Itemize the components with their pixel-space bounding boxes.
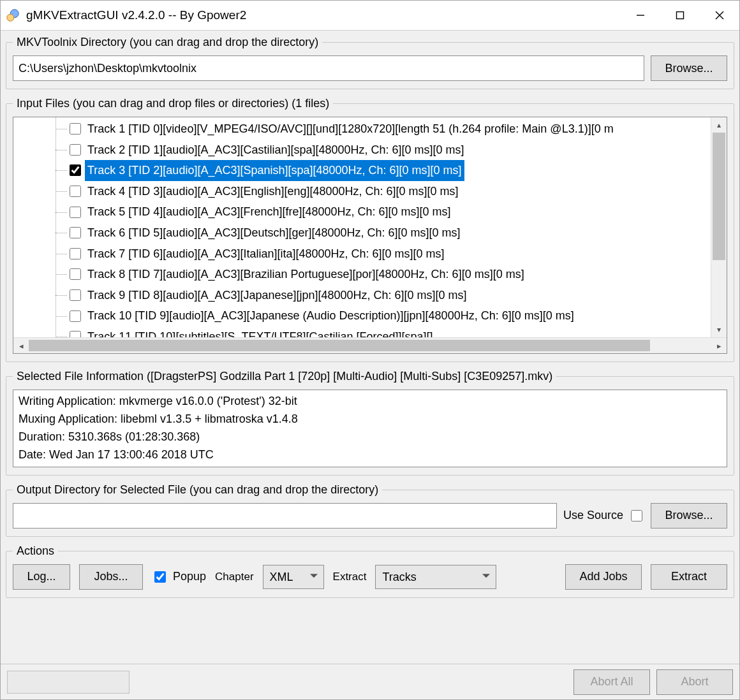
actions-legend: Actions bbox=[13, 544, 58, 558]
scroll-up-icon[interactable]: ▴ bbox=[711, 117, 727, 133]
mkvtoolnix-directory-input[interactable] bbox=[13, 55, 644, 81]
output-directory-legend: Output Directory for Selected File (you … bbox=[13, 483, 382, 497]
scroll-right-icon[interactable]: ▸ bbox=[711, 338, 727, 353]
minimize-button[interactable] bbox=[621, 1, 660, 30]
track-item[interactable]: Track 1 [TID 0][video][V_MPEG4/ISO/AVC][… bbox=[58, 119, 711, 140]
use-source-checkbox-input[interactable] bbox=[631, 510, 642, 521]
client-area: MKVToolnix Directory (you can drag and d… bbox=[1, 31, 739, 664]
track-label: Track 5 [TID 4][audio][A_AC3][French][fr… bbox=[85, 201, 454, 222]
track-checkbox[interactable] bbox=[70, 331, 81, 337]
input-files-group: Input Files (you can drag and drop files… bbox=[6, 97, 734, 362]
mkvtoolnix-directory-group: MKVToolnix Directory (you can drag and d… bbox=[6, 36, 734, 89]
scroll-down-icon[interactable]: ▾ bbox=[711, 322, 727, 337]
status-bar: Abort All Abort bbox=[1, 664, 739, 699]
track-label: Track 10 [TID 9][audio][A_AC3][Japanese … bbox=[85, 305, 577, 326]
title-bar: gMKVExtractGUI v2.4.2.0 -- By Gpower2 bbox=[1, 1, 739, 31]
input-files-legend: Input Files (you can drag and drop files… bbox=[13, 97, 333, 110]
abort-button[interactable]: Abort bbox=[656, 669, 733, 695]
abort-all-button[interactable]: Abort All bbox=[574, 669, 650, 695]
main-window: gMKVExtractGUI v2.4.2.0 -- By Gpower2 MK… bbox=[0, 0, 740, 700]
chapter-label: Chapter bbox=[215, 571, 253, 583]
track-item[interactable]: Track 5 [TID 4][audio][A_AC3][French][fr… bbox=[58, 201, 711, 222]
extract-button[interactable]: Extract bbox=[651, 564, 727, 590]
use-source-checkbox[interactable]: Use Source bbox=[563, 508, 644, 523]
track-checkbox[interactable] bbox=[70, 164, 81, 176]
track-checkbox[interactable] bbox=[70, 227, 81, 238]
actions-group: Actions Log... Jobs... Popup Chapter XML… bbox=[6, 544, 734, 598]
tracks-tree[interactable]: Track 1 [TID 0][video][V_MPEG4/ISO/AVC][… bbox=[13, 117, 727, 354]
track-label: Track 11 [TID 10][subtitles][S_TEXT/UTF8… bbox=[85, 326, 436, 337]
popup-checkbox[interactable]: Popup bbox=[152, 569, 206, 585]
track-item[interactable]: Track 2 [TID 1][audio][A_AC3][Castilian]… bbox=[58, 140, 711, 161]
tracks-vertical-scrollbar[interactable]: ▴ ▾ bbox=[711, 117, 727, 337]
output-directory-group: Output Directory for Selected File (you … bbox=[6, 483, 734, 537]
scroll-thumb-vertical[interactable] bbox=[713, 133, 725, 260]
scroll-thumb-horizontal[interactable] bbox=[29, 340, 650, 351]
window-title: gMKVExtractGUI v2.4.2.0 -- By Gpower2 bbox=[26, 8, 621, 22]
svg-point-1 bbox=[7, 14, 14, 21]
track-item[interactable]: Track 8 [TID 7][audio][A_AC3][Brazilian … bbox=[58, 264, 711, 285]
track-checkbox[interactable] bbox=[70, 186, 81, 197]
track-checkbox[interactable] bbox=[70, 268, 81, 280]
track-item[interactable]: Track 10 [TID 9][audio][A_AC3][Japanese … bbox=[58, 305, 711, 326]
file-info-legend: Selected File Information ([DragsterPS] … bbox=[13, 370, 556, 383]
track-checkbox[interactable] bbox=[70, 289, 81, 301]
tracks-horizontal-scrollbar[interactable]: ◂ ▸ bbox=[13, 337, 727, 353]
track-label: Track 4 [TID 3][audio][A_AC3][English][e… bbox=[85, 181, 461, 202]
close-button[interactable] bbox=[700, 1, 739, 30]
track-item[interactable]: Track 7 [TID 6][audio][A_AC3][Italian][i… bbox=[58, 244, 711, 265]
output-directory-input[interactable] bbox=[13, 503, 557, 529]
output-browse-button[interactable]: Browse... bbox=[651, 503, 727, 529]
track-checkbox[interactable] bbox=[70, 248, 81, 259]
track-label: Track 6 [TID 5][audio][A_AC3][Deutsch][g… bbox=[85, 222, 463, 244]
track-checkbox[interactable] bbox=[70, 144, 81, 156]
scroll-left-icon[interactable]: ◂ bbox=[13, 338, 29, 353]
popup-checkbox-input[interactable] bbox=[154, 571, 166, 583]
track-checkbox[interactable] bbox=[70, 310, 81, 322]
file-info-group: Selected File Information ([DragsterPS] … bbox=[6, 370, 734, 476]
file-info-text: Writing Application: mkvmerge v16.0.0 ('… bbox=[13, 390, 727, 467]
chapter-format-select[interactable]: XML bbox=[263, 565, 324, 589]
mkvtoolnix-browse-button[interactable]: Browse... bbox=[651, 55, 727, 81]
track-item[interactable]: Track 3 [TID 2][audio][A_AC3][Spanish][s… bbox=[58, 160, 711, 181]
popup-label: Popup bbox=[173, 570, 206, 583]
track-label: Track 7 [TID 6][audio][A_AC3][Italian][i… bbox=[85, 244, 447, 265]
use-source-label: Use Source bbox=[563, 509, 623, 522]
progress-bar bbox=[7, 671, 130, 694]
track-label: Track 9 [TID 8][audio][A_AC3][Japanese][… bbox=[85, 285, 470, 306]
log-button[interactable]: Log... bbox=[13, 564, 70, 590]
extract-label: Extract bbox=[333, 571, 367, 583]
track-label: Track 1 [TID 0][video][V_MPEG4/ISO/AVC][… bbox=[85, 119, 616, 140]
mkvtoolnix-directory-legend: MKVToolnix Directory (you can drag and d… bbox=[13, 36, 322, 49]
track-item[interactable]: Track 4 [TID 3][audio][A_AC3][English][e… bbox=[58, 181, 711, 202]
track-item[interactable]: Track 9 [TID 8][audio][A_AC3][Japanese][… bbox=[58, 285, 711, 306]
extract-mode-select[interactable]: Tracks bbox=[375, 565, 496, 589]
app-icon bbox=[6, 8, 20, 22]
svg-rect-3 bbox=[677, 12, 684, 19]
track-checkbox[interactable] bbox=[70, 123, 81, 135]
track-label: Track 2 [TID 1][audio][A_AC3][Castilian]… bbox=[85, 140, 467, 161]
track-label: Track 3 [TID 2][audio][A_AC3][Spanish][s… bbox=[85, 160, 464, 181]
track-item[interactable]: Track 11 [TID 10][subtitles][S_TEXT/UTF8… bbox=[58, 326, 711, 337]
track-checkbox[interactable] bbox=[70, 207, 81, 218]
track-item[interactable]: Track 6 [TID 5][audio][A_AC3][Deutsch][g… bbox=[58, 222, 711, 244]
jobs-button[interactable]: Jobs... bbox=[79, 564, 143, 590]
add-jobs-button[interactable]: Add Jobs bbox=[565, 564, 642, 590]
track-label: Track 8 [TID 7][audio][A_AC3][Brazilian … bbox=[85, 264, 527, 285]
maximize-button[interactable] bbox=[660, 1, 700, 30]
